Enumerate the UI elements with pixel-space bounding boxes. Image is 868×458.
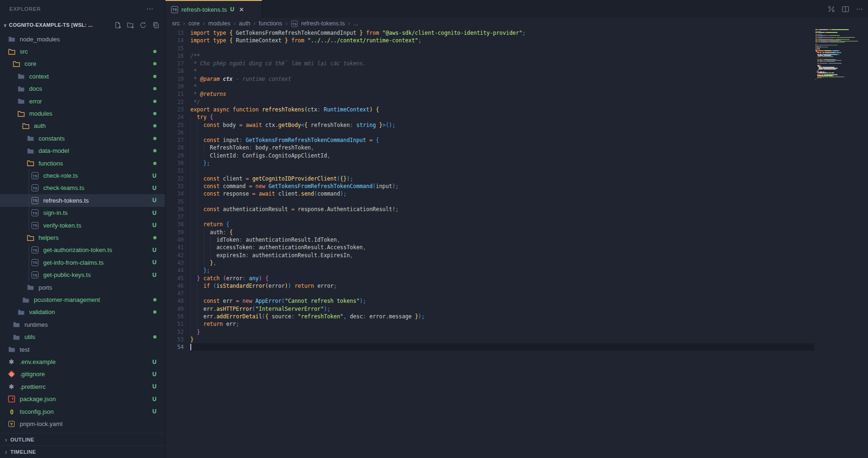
code-line-40[interactable]: 40 idToken: authenticationResult.IdToken…: [165, 236, 814, 244]
tree-item-check-teams.ts[interactable]: TScheck-teams.tsU: [0, 182, 165, 194]
line-number[interactable]: 49: [165, 305, 190, 313]
line-number[interactable]: 41: [165, 244, 190, 251]
breadcrumb-item[interactable]: src: [172, 20, 180, 27]
code-line-38[interactable]: 38 return {: [165, 221, 814, 228]
tree-item-modules[interactable]: modules: [0, 107, 165, 119]
tree-item-auth[interactable]: auth: [0, 120, 165, 132]
code-line-23[interactable]: 23export async function refreshTokens(ct…: [165, 106, 814, 113]
line-number[interactable]: 23: [165, 106, 190, 113]
tree-item-refresh-tokens.ts[interactable]: TSrefresh-tokens.tsU: [0, 194, 165, 206]
line-number[interactable]: 34: [165, 190, 190, 197]
code-line-42[interactable]: 42 expiresIn: authenticationResult.Expir…: [165, 252, 814, 259]
tree-item-constants[interactable]: constants: [0, 132, 165, 144]
code-line-47[interactable]: 47: [165, 290, 814, 297]
more-actions-icon[interactable]: ⋯: [146, 7, 154, 11]
line-number[interactable]: 44: [165, 267, 190, 274]
line-number[interactable]: 16: [165, 52, 190, 60]
line-number[interactable]: 18: [165, 67, 190, 75]
line-number[interactable]: 27: [165, 136, 190, 144]
code-line-50[interactable]: 50 err.addErrorDetail({ source: "refresh…: [165, 313, 814, 320]
tab-refresh-tokens[interactable]: TS refresh-tokens.ts U ✕: [165, 0, 262, 18]
code-line-25[interactable]: 25 const body = await ctx.getBody<{ refr…: [165, 121, 814, 129]
tree-item-package.json[interactable]: package.jsonU: [0, 393, 165, 405]
line-number[interactable]: 29: [165, 152, 190, 159]
code-line-21[interactable]: 21 * @returns: [165, 90, 814, 98]
code-line-31[interactable]: 31: [165, 167, 814, 174]
line-number[interactable]: 33: [165, 182, 190, 190]
code-line-14[interactable]: 14import type { RuntimeContext } from ".…: [165, 37, 814, 44]
tree-item-core[interactable]: core: [0, 58, 165, 70]
line-number[interactable]: 40: [165, 236, 190, 244]
code-line-26[interactable]: 26: [165, 129, 814, 136]
code-line-34[interactable]: 34 const response = await client.send(co…: [165, 190, 814, 197]
tree-item-.env.example[interactable]: ✱.env.exampleU: [0, 355, 165, 368]
tree-item-error[interactable]: error: [0, 95, 165, 107]
breadcrumb-item[interactable]: refresh-tokens.ts: [301, 20, 345, 27]
tree-item-data-model[interactable]: data-model: [0, 145, 165, 157]
line-number[interactable]: 31: [165, 167, 190, 174]
code-line-51[interactable]: 51 return err;: [165, 320, 814, 328]
line-number[interactable]: 19: [165, 75, 190, 83]
code-editor[interactable]: 13import type { GetTokensFromRefreshToke…: [165, 29, 814, 351]
tree-item-verify-token.ts[interactable]: TSverify-token.tsU: [0, 219, 165, 231]
outline-panel-header[interactable]: › OUTLINE: [0, 433, 165, 446]
code-line-39[interactable]: 39 auth: {: [165, 229, 814, 236]
tree-item-pcustomer-management[interactable]: pcustomer-management: [0, 293, 165, 306]
line-number[interactable]: 14: [165, 37, 190, 44]
code-line-49[interactable]: 49 err.asHTTPError("InternalServerError"…: [165, 305, 814, 313]
code-line-20[interactable]: 20 *: [165, 83, 814, 90]
line-number[interactable]: 51: [165, 320, 190, 328]
code-line-13[interactable]: 13import type { GetTokensFromRefreshToke…: [165, 29, 814, 37]
more-actions-icon[interactable]: [856, 5, 863, 13]
breadcrumb-item[interactable]: ...: [353, 20, 358, 27]
code-line-30[interactable]: 30 };: [165, 159, 814, 167]
new-file-icon[interactable]: [114, 21, 121, 29]
code-line-19[interactable]: 19 * @param ctx - runtime context: [165, 75, 814, 83]
line-number[interactable]: 45: [165, 275, 190, 282]
tree-item-utils[interactable]: utils: [0, 331, 165, 343]
line-number[interactable]: 35: [165, 198, 190, 205]
code-line-32[interactable]: 32 const client = getCognitoIDProviderCl…: [165, 175, 814, 182]
tree-item-node_modules[interactable]: node_modules: [0, 33, 165, 45]
tree-item-docs[interactable]: docs: [0, 83, 165, 95]
line-number[interactable]: 37: [165, 213, 190, 221]
line-number[interactable]: 24: [165, 113, 190, 121]
tree-item-get-authorization-token.ts[interactable]: TSget-authorization-token.tsU: [0, 244, 165, 256]
line-number[interactable]: 26: [165, 129, 190, 136]
line-number[interactable]: 42: [165, 252, 190, 259]
project-section-header[interactable]: ∨ COGNITO-EXAMPLE-TS [WSL: ...: [0, 19, 165, 31]
code-line-45[interactable]: 45 } catch (error: any) {: [165, 275, 814, 282]
line-number[interactable]: 15: [165, 45, 190, 52]
code-line-41[interactable]: 41 accessToken: authenticationResult.Acc…: [165, 244, 814, 251]
code-line-29[interactable]: 29 ClientId: Configs.CognitoAppClientId,: [165, 152, 814, 159]
code-line-36[interactable]: 36 const authenticationResult = response…: [165, 205, 814, 213]
code-line-35[interactable]: 35: [165, 198, 814, 205]
breadcrumb-item[interactable]: core: [188, 20, 200, 27]
line-number[interactable]: 43: [165, 259, 190, 267]
line-number[interactable]: 47: [165, 290, 190, 297]
tree-item-ports[interactable]: ports: [0, 281, 165, 293]
code-line-15[interactable]: 15: [165, 45, 814, 52]
code-line-27[interactable]: 27 const input: GetTokensFromRefreshToke…: [165, 136, 814, 144]
tree-item-.gitignore[interactable]: .gitignoreU: [0, 368, 165, 380]
tree-item-get-public-keys.ts[interactable]: TSget-public-keys.tsU: [0, 269, 165, 281]
code-line-22[interactable]: 22 */: [165, 98, 814, 106]
line-number[interactable]: 46: [165, 282, 190, 290]
tree-item-src[interactable]: src: [0, 45, 165, 57]
tree-item-helpers[interactable]: helpers: [0, 231, 165, 244]
line-number[interactable]: 38: [165, 221, 190, 228]
code-line-24[interactable]: 24 try {: [165, 113, 814, 121]
line-number[interactable]: 36: [165, 205, 190, 213]
close-tab-icon[interactable]: ✕: [239, 7, 244, 13]
line-number[interactable]: 30: [165, 159, 190, 167]
tree-item-test[interactable]: test: [0, 343, 165, 355]
collapse-folders-icon[interactable]: [152, 21, 159, 29]
tree-item-runtimes[interactable]: runtimes: [0, 318, 165, 331]
tree-item-.prettierrc[interactable]: ✱.prettierrcU: [0, 380, 165, 393]
line-number[interactable]: 50: [165, 313, 190, 320]
code-line-53[interactable]: 53}: [165, 336, 814, 343]
tree-item-context[interactable]: context: [0, 70, 165, 82]
code-line-37[interactable]: 37: [165, 213, 814, 221]
tree-item-functions[interactable]: functions: [0, 157, 165, 169]
tree-item-tsconfig.json[interactable]: {}tsconfig.jsonU: [0, 405, 165, 418]
